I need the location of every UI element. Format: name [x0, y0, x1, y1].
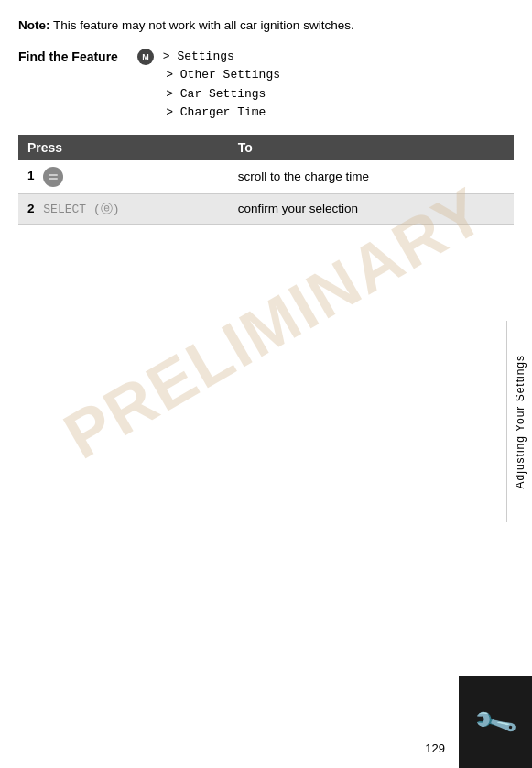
- table-body: 1 scroll to the charge time 2 SELECT (ⓔ)…: [18, 160, 514, 225]
- table-header: Press To: [18, 135, 514, 160]
- content-area: Note: This feature may not work with all…: [0, 0, 532, 225]
- note-body: This feature may not work with all car i…: [53, 18, 354, 32]
- path-text-1: > Settings: [156, 48, 234, 66]
- note-label: Note:: [18, 18, 50, 32]
- path-row-3: > Car Settings: [137, 85, 280, 104]
- find-feature-path: M > Settings > Other Settings > Car Sett…: [137, 48, 280, 122]
- page-container: Note: This feature may not work with all…: [0, 0, 532, 768]
- path-text-4: > Charger Time: [137, 104, 266, 122]
- find-feature-section: Find the Feature M > Settings > Other Se…: [18, 48, 514, 122]
- instructions-table: Press To 1 scroll to the charge time 2 S…: [18, 135, 514, 225]
- header-press: Press: [18, 135, 229, 160]
- side-tab: Adjusting Your Settings: [506, 321, 532, 522]
- path-text-3: > Car Settings: [137, 85, 266, 104]
- menu-icon: M: [137, 49, 154, 65]
- scroll-nav-icon: [43, 167, 63, 187]
- table-header-row: Press To: [18, 135, 514, 160]
- table-row-2: 2 SELECT (ⓔ) confirm your selection: [18, 193, 514, 224]
- bottom-right-box: 🔧: [459, 676, 532, 768]
- step-num-1: 1: [27, 169, 35, 182]
- to-cell-1: scroll to the charge time: [229, 160, 514, 194]
- to-cell-2: confirm your selection: [229, 193, 514, 224]
- press-cell-2: 2 SELECT (ⓔ): [18, 193, 229, 224]
- table-row-1: 1 scroll to the charge time: [18, 160, 514, 194]
- press-cell-1: 1: [18, 160, 229, 194]
- preliminary-watermark: PRELIMINARY: [51, 225, 406, 473]
- select-button-label: SELECT (ⓔ): [43, 201, 119, 217]
- find-feature-label: Find the Feature: [18, 48, 137, 64]
- path-row-4: > Charger Time: [137, 104, 280, 122]
- note-text: Note: This feature may not work with all…: [18, 16, 514, 35]
- side-tab-text: Adjusting Your Settings: [514, 355, 527, 488]
- step-num-2: 2: [27, 202, 35, 215]
- wrench-icon: 🔧: [471, 698, 520, 747]
- path-row-1: M > Settings: [137, 48, 280, 66]
- path-text-2: > Other Settings: [137, 66, 280, 84]
- path-row-2: > Other Settings: [137, 66, 280, 84]
- page-number: 129: [425, 741, 445, 755]
- header-to: To: [229, 135, 514, 160]
